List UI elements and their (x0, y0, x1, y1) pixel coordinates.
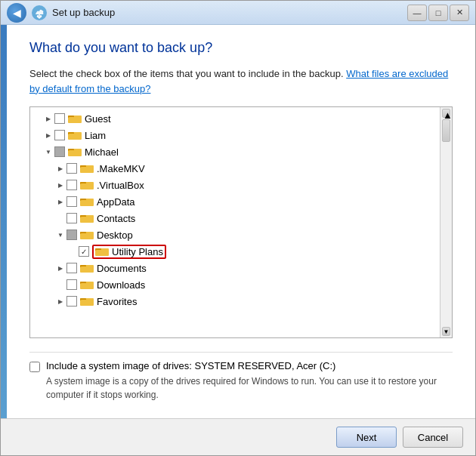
scroll-thumb[interactable] (442, 119, 450, 142)
tree-node-virtualbox[interactable]: ▶ .VirtualBox (30, 177, 452, 193)
checkbox-contacts[interactable] (66, 213, 77, 223)
checkbox-liam[interactable] (54, 130, 65, 140)
title-bar-icons: ◀ (7, 3, 48, 23)
node-label-contacts: Contacts (97, 213, 135, 224)
folder-icon-documents (80, 263, 94, 273)
folder-icon-appdata (80, 196, 94, 207)
back-button[interactable]: ◀ (7, 3, 26, 23)
checkbox-documents[interactable] (66, 263, 77, 273)
system-image-description: A system image is a copy of the drives r… (46, 374, 453, 402)
backup-logo-icon (31, 5, 48, 21)
system-image-section: Include a system image of drives: SYSTEM… (29, 352, 453, 406)
description-text: Select the check box of the items that y… (29, 68, 344, 79)
expander-documents[interactable]: ▶ (54, 262, 66, 274)
expander-guest[interactable]: ▶ (42, 112, 54, 125)
tree-node-desktop[interactable]: ▼ Desktop (30, 226, 452, 243)
svg-rect-30 (81, 267, 93, 273)
tree-node-utility_plans[interactable]: Utility Plans (30, 243, 452, 260)
title-bar: ◀ Set up backup — □ ✕ (1, 1, 475, 25)
svg-rect-9 (69, 150, 81, 156)
node-label-michael: Michael (85, 146, 119, 158)
node-label-appdata: AppData (97, 196, 135, 208)
content-area: What do you want to back up? Select the … (7, 25, 475, 418)
folder-icon-virtualbox (80, 180, 94, 190)
window: ◀ Set up backup — □ ✕ What do you want t… (0, 0, 476, 456)
tree-node-appdata[interactable]: ▶ AppData (30, 193, 452, 210)
expander-utility_plans (66, 245, 79, 257)
expander-contacts (54, 212, 66, 224)
tree-node-michael[interactable]: ▼ Michael (30, 143, 452, 160)
expander-virtualbox[interactable]: ▶ (54, 179, 66, 191)
svg-rect-12 (81, 167, 93, 173)
svg-rect-6 (69, 134, 81, 140)
folder-icon-liam (68, 130, 82, 140)
folder-icon-michael (68, 146, 82, 157)
back-icon: ◀ (13, 7, 21, 19)
svg-rect-33 (81, 283, 93, 289)
tree-node-favorites[interactable]: ▶ Favorites (30, 293, 452, 310)
system-image-text: Include a system image of drives: SYSTEM… (46, 360, 453, 402)
maximize-button[interactable]: □ (428, 5, 448, 21)
description: Select the check box of the items that y… (29, 66, 453, 96)
folder-icon-inner-utility_plans (95, 246, 109, 257)
node-label-guest: Guest (85, 113, 111, 125)
expander-makemkv[interactable]: ▶ (54, 162, 66, 174)
svg-rect-18 (81, 200, 93, 206)
node-label-downloads: Downloads (97, 279, 145, 291)
svg-rect-15 (81, 183, 93, 189)
node-label-favorites: Favorites (97, 296, 137, 307)
folder-icon-makemkv (80, 163, 94, 174)
tree-node-makemkv[interactable]: ▶ .MakeMKV (30, 160, 452, 177)
tree-node-liam[interactable]: ▶ Liam (30, 127, 452, 143)
checkbox-makemkv[interactable] (66, 163, 77, 174)
next-button[interactable]: Next (336, 427, 397, 448)
folder-icon-favorites (80, 296, 94, 307)
system-image-label: Include a system image of drives: SYSTEM… (46, 360, 335, 371)
svg-rect-24 (81, 233, 93, 239)
window-title: Set up backup (52, 7, 115, 18)
checkbox-desktop[interactable] (66, 230, 77, 240)
svg-rect-3 (69, 117, 81, 123)
node-label-liam: Liam (85, 130, 106, 141)
tree-node-documents[interactable]: ▶ Documents (30, 260, 452, 276)
file-tree[interactable]: ▶ Guest▶ Liam▼ Michael▶ .MakeMKV▶ .Virtu… (29, 106, 453, 338)
close-button[interactable]: ✕ (450, 5, 469, 21)
scroll-down-button[interactable]: ▼ (442, 327, 450, 336)
expander-appdata[interactable]: ▶ (54, 196, 66, 208)
left-accent (1, 25, 7, 418)
folder-icon-guest (68, 113, 82, 124)
cancel-button[interactable]: Cancel (403, 427, 463, 448)
window-controls: — □ ✕ (407, 5, 469, 21)
page-title: What do you want to back up? (29, 40, 453, 56)
expander-michael[interactable]: ▼ (42, 146, 54, 158)
minimize-button[interactable]: — (407, 5, 427, 21)
expander-desktop[interactable]: ▼ (54, 229, 66, 241)
expander-favorites[interactable]: ▶ (54, 295, 66, 307)
checkbox-utility_plans[interactable] (79, 246, 89, 257)
checkbox-downloads[interactable] (66, 279, 77, 290)
scrollbar[interactable]: ▲ ▼ (440, 107, 452, 337)
folder-icon-desktop (80, 230, 94, 240)
highlighted-wrapper-utility_plans: Utility Plans (92, 245, 166, 259)
node-label-virtualbox: .VirtualBox (97, 180, 144, 191)
svg-rect-27 (96, 250, 108, 256)
folder-icon-contacts (80, 213, 94, 223)
expander-liam[interactable]: ▶ (42, 129, 54, 141)
folder-icon-downloads (80, 279, 94, 290)
node-label-desktop: Desktop (97, 230, 133, 241)
checkbox-favorites[interactable] (66, 296, 77, 307)
system-image-checkbox[interactable] (29, 362, 40, 372)
svg-rect-21 (81, 217, 93, 223)
footer: Next Cancel (1, 418, 475, 455)
tree-node-downloads[interactable]: Downloads (30, 276, 452, 293)
tree-node-guest[interactable]: ▶ Guest (30, 110, 452, 127)
checkbox-appdata[interactable] (66, 196, 77, 207)
svg-rect-36 (81, 300, 93, 306)
checkbox-virtualbox[interactable] (66, 180, 77, 190)
expander-downloads (54, 279, 66, 291)
checkbox-michael[interactable] (54, 146, 65, 157)
checkbox-guest[interactable] (54, 113, 65, 124)
scroll-up-button[interactable]: ▲ (442, 109, 450, 118)
node-label-makemkv: .MakeMKV (97, 163, 145, 174)
tree-node-contacts[interactable]: Contacts (30, 210, 452, 226)
